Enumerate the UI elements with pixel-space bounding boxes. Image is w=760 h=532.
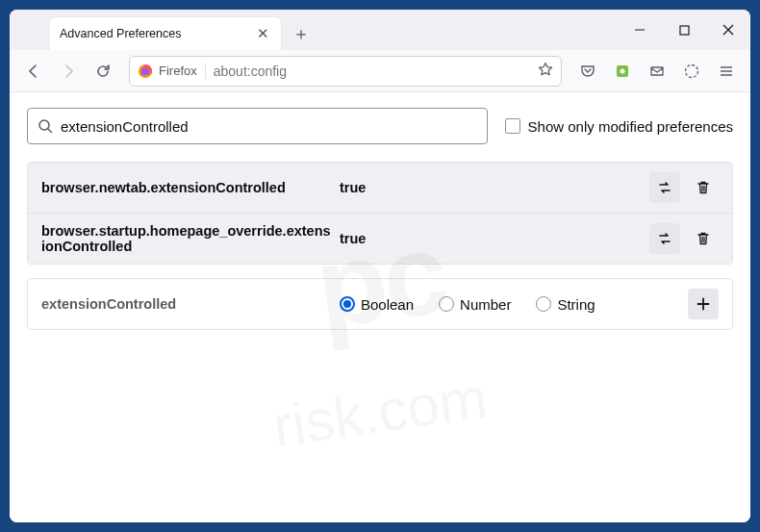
search-row: Show only modified preferences <box>27 108 733 144</box>
show-modified-checkbox[interactable]: Show only modified preferences <box>505 118 733 135</box>
window-controls <box>618 10 750 50</box>
delete-button[interactable] <box>688 172 719 203</box>
firefox-icon <box>138 63 153 79</box>
new-pref-row: extensionControlled Boolean Number Strin… <box>28 279 732 329</box>
new-pref-table: extensionControlled Boolean Number Strin… <box>27 278 733 330</box>
close-window-button[interactable] <box>706 10 750 50</box>
radio-number[interactable]: Number <box>439 296 511 313</box>
pref-name: browser.newtab.extensionControlled <box>41 180 340 195</box>
search-input[interactable] <box>61 118 477 135</box>
plus-icon <box>696 296 711 312</box>
radio-label: Number <box>460 296 511 313</box>
extension-button[interactable] <box>606 56 639 87</box>
maximize-button[interactable] <box>662 10 706 50</box>
pref-actions <box>688 289 719 319</box>
new-pref-name: extensionControlled <box>41 296 340 312</box>
pref-value: true <box>340 180 649 195</box>
menu-button[interactable] <box>710 56 743 87</box>
search-box[interactable] <box>27 108 488 144</box>
search-icon <box>38 118 53 134</box>
prefs-table: browser.newtab.extensionControlled true … <box>27 162 733 265</box>
radio-label: Boolean <box>361 296 414 313</box>
toggle-icon <box>657 180 672 195</box>
back-button[interactable] <box>17 56 50 87</box>
pref-name: browser.startup.homepage_override.extens… <box>41 223 340 254</box>
checkbox-label-text: Show only modified preferences <box>528 118 733 135</box>
radio-boolean[interactable]: Boolean <box>340 296 414 313</box>
bookmark-star-icon[interactable] <box>538 62 553 80</box>
radio-icon <box>439 296 454 312</box>
pref-value: true <box>340 231 649 246</box>
checkbox-icon <box>505 118 520 134</box>
close-tab-icon[interactable]: ✕ <box>254 25 271 42</box>
about-config-content: Show only modified preferences browser.n… <box>10 92 750 522</box>
new-tab-button[interactable]: ＋ <box>287 19 316 48</box>
url-text: about:config <box>214 63 530 79</box>
trash-icon <box>696 231 711 246</box>
type-picker: Boolean Number String <box>340 296 688 313</box>
trash-icon <box>696 180 711 195</box>
radio-string[interactable]: String <box>536 296 595 313</box>
pref-actions <box>649 223 719 254</box>
radio-icon <box>536 296 551 312</box>
toggle-button[interactable] <box>649 223 680 254</box>
svg-line-13 <box>48 129 52 133</box>
browser-window: pc risk.com Advanced Preferences ✕ ＋ Fir… <box>10 10 750 522</box>
identity-box[interactable]: Firefox <box>138 63 206 79</box>
svg-point-7 <box>621 68 625 73</box>
radio-label: String <box>557 296 595 313</box>
svg-rect-1 <box>680 26 689 35</box>
toggle-button[interactable] <box>649 172 680 203</box>
radio-icon <box>340 296 355 312</box>
account-button[interactable] <box>675 56 708 87</box>
tab-title: Advanced Preferences <box>60 27 254 40</box>
add-button[interactable] <box>688 289 719 319</box>
delete-button[interactable] <box>688 223 719 254</box>
toolbar: Firefox about:config <box>10 50 750 92</box>
toggle-icon <box>657 231 672 246</box>
mail-button[interactable] <box>641 56 673 87</box>
browser-tab[interactable]: Advanced Preferences ✕ <box>50 17 281 50</box>
pref-actions <box>649 172 719 203</box>
pref-row[interactable]: browser.newtab.extensionControlled true <box>28 163 732 213</box>
pocket-button[interactable] <box>571 56 604 87</box>
svg-point-8 <box>686 64 698 77</box>
identity-label: Firefox <box>159 63 197 78</box>
minimize-button[interactable] <box>618 10 662 50</box>
pref-row[interactable]: browser.startup.homepage_override.extens… <box>28 213 732 264</box>
url-bar[interactable]: Firefox about:config <box>129 56 562 87</box>
reload-button[interactable] <box>87 56 119 87</box>
forward-button[interactable] <box>52 56 85 87</box>
